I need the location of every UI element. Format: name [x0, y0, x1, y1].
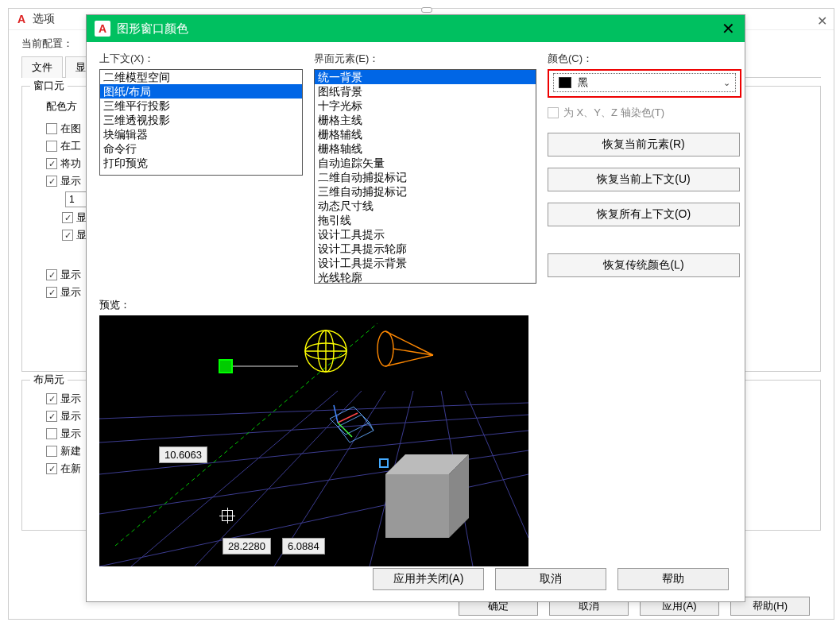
- context-item[interactable]: 三维透视投影: [100, 113, 302, 127]
- checkbox[interactable]: [62, 230, 73, 241]
- chevron-down-icon: ⌄: [723, 78, 730, 88]
- restore-current-context-button[interactable]: 恢复当前上下文(U): [548, 168, 740, 191]
- restore-traditional-colors-button[interactable]: 恢复传统颜色(L): [548, 253, 740, 277]
- apply-close-button[interactable]: 应用并关闭(A): [373, 568, 484, 590]
- interface-element-item[interactable]: 三维自动捕捉标记: [315, 184, 536, 199]
- interface-element-item[interactable]: 拖引线: [315, 213, 536, 227]
- interface-element-item[interactable]: 动态尺寸线: [315, 199, 536, 213]
- restore-current-element-button[interactable]: 恢复当前元素(R): [548, 133, 740, 156]
- color-name: 黑: [578, 75, 588, 90]
- dwc-bottom-buttons: 应用并关闭(A) 取消 帮助: [373, 568, 729, 590]
- tint-checkbox[interactable]: [548, 107, 559, 118]
- checkbox[interactable]: [62, 212, 73, 223]
- drawing-window-colors-dialog: A 图形窗口颜色 ✕ 上下文(X)： 二维模型空间图纸/布局三维平行投影三维透视…: [86, 14, 745, 602]
- interface-element-item[interactable]: 设计工具提示轮廓: [315, 242, 536, 256]
- tint-xyz-row: 为 X、Y、Z 轴染色(T): [548, 106, 741, 120]
- context-item[interactable]: 命令行: [100, 141, 302, 156]
- interface-element-item[interactable]: 图纸背景: [315, 84, 536, 99]
- context-item[interactable]: 三维平行投影: [100, 99, 302, 113]
- checkbox[interactable]: [46, 428, 57, 439]
- preview-label: 预览：: [99, 298, 732, 312]
- checkbox[interactable]: [46, 158, 57, 169]
- interface-element-item[interactable]: 十字光标: [315, 99, 536, 113]
- window-elements-title: 窗口元: [30, 79, 68, 93]
- interface-element-listbox[interactable]: 统一背景图纸背景十字光标栅格主线栅格辅线栅格轴线自动追踪矢量二维自动捕捉标记三维…: [314, 69, 536, 284]
- element-label: 界面元素(E)：: [314, 52, 536, 66]
- checkbox[interactable]: [46, 141, 57, 152]
- app-logo-icon: A: [95, 21, 110, 37]
- close-icon[interactable]: ✕: [722, 19, 735, 38]
- color-swatch-icon: [559, 77, 571, 88]
- interface-element-item[interactable]: 设计工具提示: [315, 227, 536, 242]
- cancel-button[interactable]: 取消: [495, 568, 606, 590]
- checkbox[interactable]: [46, 393, 57, 404]
- checkbox[interactable]: [46, 411, 57, 422]
- dwc-titlebar: A 图形窗口颜色 ✕: [87, 15, 745, 42]
- options-title: 选项: [33, 12, 55, 26]
- checkbox[interactable]: [46, 269, 57, 280]
- svg-marker-28: [385, 474, 449, 538]
- interface-element-item[interactable]: 光线轮廓: [315, 270, 536, 284]
- context-item[interactable]: 二维模型空间: [100, 70, 302, 84]
- interface-element-item[interactable]: 设计工具提示背景: [315, 256, 536, 270]
- context-item[interactable]: 块编辑器: [100, 127, 302, 141]
- checkbox[interactable]: [46, 446, 57, 457]
- checkbox[interactable]: [46, 287, 57, 298]
- crosshair-icon: [222, 510, 233, 521]
- interface-element-item[interactable]: 统一背景: [315, 70, 536, 84]
- interface-element-item[interactable]: 栅格辅线: [315, 127, 536, 141]
- selection-marker-icon: [379, 458, 389, 468]
- interface-element-item[interactable]: 栅格主线: [315, 113, 536, 127]
- restore-all-contexts-button[interactable]: 恢复所有上下文(O): [548, 203, 740, 226]
- tint-label: 为 X、Y、Z 轴染色(T): [563, 106, 664, 120]
- checkbox[interactable]: [46, 176, 57, 187]
- dwc-title: 图形窗口颜色: [117, 21, 188, 37]
- interface-element-item[interactable]: 栅格轴线: [315, 141, 536, 156]
- checkbox[interactable]: [46, 123, 57, 134]
- checkbox[interactable]: [46, 463, 57, 474]
- context-item[interactable]: 图纸/布局: [100, 84, 302, 99]
- close-icon[interactable]: ✕: [817, 14, 827, 29]
- layout-elements-title: 布局元: [30, 373, 68, 387]
- context-listbox[interactable]: 二维模型空间图纸/布局三维平行投影三维透视投影块编辑器命令行打印预览: [99, 69, 303, 176]
- context-label: 上下文(X)：: [99, 52, 303, 66]
- color-dropdown[interactable]: 黑 ⌄: [553, 73, 736, 92]
- resize-handle[interactable]: [421, 7, 432, 13]
- color-highlight-frame: 黑 ⌄: [548, 69, 741, 98]
- tab-file[interactable]: 文件: [21, 56, 63, 78]
- svg-line-10: [465, 391, 528, 538]
- tooltip-dim1: 10.6063: [159, 446, 207, 463]
- app-logo-icon: A: [15, 13, 28, 25]
- help-button[interactable]: 帮助: [617, 568, 729, 590]
- interface-element-item[interactable]: 二维自动捕捉标记: [315, 170, 536, 184]
- svg-point-18: [377, 331, 393, 366]
- snap-marker-icon: [219, 359, 233, 373]
- tooltip-dim3: 6.0884: [282, 538, 325, 555]
- tooltip-dim2: 28.2280: [223, 538, 271, 555]
- preview-canvas: 10.6063 28.2280 6.0884: [99, 315, 528, 566]
- color-label: 颜色(C)：: [548, 52, 741, 66]
- svg-line-1: [99, 415, 528, 442]
- context-item[interactable]: 打印预览: [100, 156, 302, 170]
- interface-element-item[interactable]: 自动追踪矢量: [315, 156, 536, 170]
